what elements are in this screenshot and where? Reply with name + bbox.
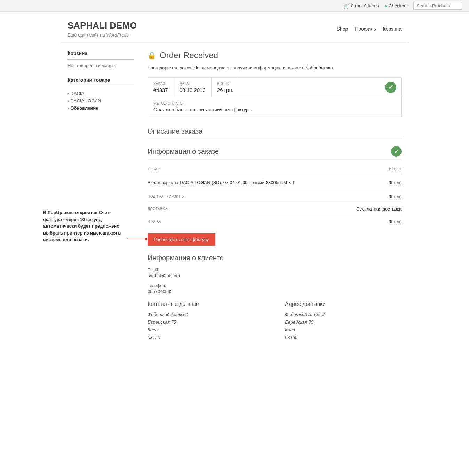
cart-icon: 🛒 <box>344 3 350 9</box>
sidebar-categories-title: Категории товара <box>67 77 134 86</box>
phone-field: Телефон: 0557040562 <box>148 283 402 294</box>
product-total-cell: 26 грн. <box>342 175 402 190</box>
order-info-check-circle: ✓ <box>391 146 402 157</box>
delivery-value: Бесплатная доставка <box>342 203 402 215</box>
annotation-note: В PopUp окне откроется Счет-фактура - че… <box>43 209 127 243</box>
order-info-title: Информация о заказе ✓ <box>148 146 402 160</box>
total-value: 26 грн. <box>342 215 402 228</box>
thank-you-text: Благодарим за заказ. Наши менеджеры полу… <box>148 65 402 70</box>
shipping-postal: 03150 <box>285 334 402 341</box>
addresses-row: Контактные данные Федоткий Алексей Еврей… <box>148 301 402 341</box>
annotation-arrow <box>127 236 148 243</box>
billing-name: Федоткий Алексей <box>148 311 264 318</box>
chevron-icon: › <box>67 105 69 111</box>
tagline-platform: WordPress <box>106 32 128 38</box>
product-name-cell: Вклад зеркала DACIA LOGAN (SD), 07.04-01… <box>148 175 342 190</box>
sidebar-cart-empty: Нет товаров в корзине. <box>67 63 134 68</box>
order-info-title-text: Информация о заказе <box>148 148 219 156</box>
product-qty: × 1 <box>288 180 295 185</box>
cart-amount-wrapper: 🛒 0 грн. 0 items <box>344 3 379 9</box>
order-number-cell: ЗАКАЗ: #4337 <box>148 78 174 97</box>
svg-marker-1 <box>145 237 148 241</box>
nav-cart[interactable]: Корзина <box>383 26 402 32</box>
main-nav: Shop Профиль Корзина <box>337 26 402 32</box>
email-value: saphali@ukr.net <box>148 273 402 278</box>
order-number-label: ЗАКАЗ: <box>153 82 168 86</box>
cart-items: 0 items <box>364 3 379 8</box>
site-header: SAPHALI DEMO Ещё один сайт на WordPress … <box>61 12 408 43</box>
cart-amount: 0 грн. <box>351 3 363 8</box>
order-date-value: 08.10.2013 <box>180 87 206 93</box>
site-tagline: Ещё один сайт на WordPress <box>67 32 137 38</box>
sidebar-category-dacia-logan[interactable]: › DACIA LOGAN <box>67 97 134 104</box>
lock-icon: 🔒 <box>148 51 156 60</box>
site-title[interactable]: SAPHALI DEMO <box>67 20 137 31</box>
total-label: ИТОГО: <box>148 215 342 228</box>
subtotal-label: ПОДИТОГ КОРЗИНЫ: <box>148 190 342 203</box>
top-bar: 🛒 0 грн. 0 items ● Checkout <box>0 0 469 12</box>
annotation-text: В PopUp окне откроется Счет-фактура - че… <box>43 210 121 242</box>
order-empty-cell <box>239 78 401 97</box>
shipping-address-title: Адрес доставки <box>285 301 402 307</box>
sidebar-category-dacia[interactable]: › DACIA <box>67 90 134 97</box>
sidebar-category-update[interactable]: › Обновление <box>67 104 134 112</box>
order-number-value: #4337 <box>153 87 168 93</box>
billing-address-title: Контактные данные <box>148 301 264 307</box>
print-invoice-button[interactable]: Распечатать счет-фактуру <box>148 233 215 246</box>
customer-info-title: Информация о клиенте <box>148 254 402 262</box>
tagline-prefix: Ещё один сайт на <box>67 32 106 38</box>
col-total-header: ИТОГО <box>342 164 402 175</box>
payment-method-value: Оплата в банке по квитанции/счет-фактуре <box>153 107 396 112</box>
order-total-cell: ВСЕГО: 26 грн. <box>212 78 239 97</box>
payment-method-label: МЕТОД ОПЛАТЫ: <box>153 102 396 105</box>
billing-postal: 03150 <box>148 334 264 341</box>
checkout-icon: ● <box>384 3 387 9</box>
delivery-row: ДОСТАВКА: Бесплатная доставка <box>148 203 402 215</box>
billing-address-block: Контактные данные Федоткий Алексей Еврей… <box>148 301 264 341</box>
total-row: ИТОГО: 26 грн. <box>148 215 402 228</box>
order-description-title: Описание заказа <box>148 127 402 139</box>
subtotal-row: ПОДИТОГ КОРЗИНЫ: 26 грн. <box>148 190 402 203</box>
nav-profile[interactable]: Профиль <box>355 26 376 32</box>
order-date-cell: ДАТА: 08.10.2013 <box>174 78 212 97</box>
category-label: Обновление <box>70 105 98 111</box>
phone-value: 0557040562 <box>148 289 402 294</box>
order-received-title: Order Received <box>160 50 218 60</box>
sidebar: Корзина Нет товаров в корзине. Категории… <box>67 50 134 341</box>
product-row: Вклад зеркала DACIA LOGAN (SD), 07.04-01… <box>148 175 402 190</box>
shipping-name: Федоткий Алексей <box>285 311 402 318</box>
chevron-icon: › <box>67 91 69 96</box>
order-received-heading: 🔒 Order Received <box>148 50 402 60</box>
sidebar-categories-list: › DACIA › DACIA LOGAN › Обновление <box>67 90 134 112</box>
sidebar-cart-title: Корзина <box>67 50 134 60</box>
checkout-label: Checkout <box>389 3 408 8</box>
order-summary-box: ЗАКАЗ: #4337 ДАТА: 08.10.2013 ВСЕГО: 26 … <box>148 77 402 117</box>
print-button-wrapper: В PopUp окне откроется Счет-фактура - че… <box>148 233 402 246</box>
checkout-link[interactable]: ● Checkout <box>384 3 408 9</box>
billing-city: Киев <box>148 326 264 334</box>
main-content: 🔒 Order Received Благодарим за заказ. На… <box>148 50 402 341</box>
sidebar-cart-section: Корзина Нет товаров в корзине. <box>67 50 134 68</box>
email-field: Email: saphali@ukr.net <box>148 268 402 278</box>
category-label: DACIA <box>70 91 84 96</box>
delivery-label: ДОСТАВКА: <box>148 203 342 215</box>
shipping-city: Киев <box>285 326 402 334</box>
header-divider <box>61 43 408 43</box>
phone-label: Телефон: <box>148 283 402 288</box>
search-input[interactable] <box>413 2 462 10</box>
order-check-circle: ✓ <box>385 82 396 93</box>
order-total-value: 26 грн. <box>217 87 233 93</box>
site-branding: SAPHALI DEMO Ещё один сайт на WordPress <box>67 20 137 38</box>
order-table: ТОВАР ИТОГО Вклад зеркала DACIA LOGAN (S… <box>148 164 402 228</box>
order-payment-cell: МЕТОД ОПЛАТЫ: Оплата в банке по квитанци… <box>148 97 401 117</box>
order-date-label: ДАТА: <box>180 82 206 86</box>
product-name: Вклад зеркала DACIA LOGAN (SD), 07.04-01… <box>148 180 287 185</box>
chevron-icon: › <box>67 98 69 103</box>
subtotal-value: 26 грн. <box>342 190 402 203</box>
page-layout: Корзина Нет товаров в корзине. Категории… <box>61 50 408 362</box>
category-label: DACIA LOGAN <box>70 98 101 103</box>
sidebar-categories-section: Категории товара › DACIA › DACIA LOGAN ›… <box>67 77 134 112</box>
order-total-label: ВСЕГО: <box>217 82 233 86</box>
nav-shop[interactable]: Shop <box>337 26 348 32</box>
order-summary-top: ЗАКАЗ: #4337 ДАТА: 08.10.2013 ВСЕГО: 26 … <box>148 78 401 97</box>
